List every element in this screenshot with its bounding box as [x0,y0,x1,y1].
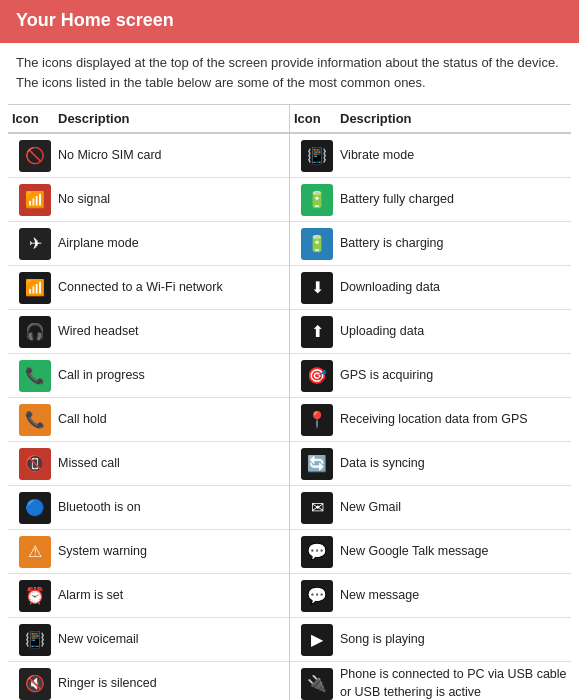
icon-box: 🔄 [301,448,333,480]
icon-cell: 💬 [294,580,340,612]
desc-cell: Vibrate mode [340,147,567,165]
left-icon-header: Icon [12,111,58,126]
icon-cell: 📞 [12,404,58,436]
desc-cell: Downloading data [340,279,567,297]
desc-cell: Call hold [58,411,285,429]
icon-box: 🔇 [19,668,51,700]
table-row: 📍Receiving location data from GPS [290,398,571,442]
desc-cell: Data is syncing [340,455,567,473]
icon-cell: ▶ [294,624,340,656]
table-row: 📳New voicemail [8,618,289,662]
desc-cell: Missed call [58,455,285,473]
desc-cell: New message [340,587,567,605]
table-row: 🚫No Micro SIM card [8,134,289,178]
desc-cell: Battery is charging [340,235,567,253]
icon-cell: ⬇ [294,272,340,304]
desc-cell: Battery fully charged [340,191,567,209]
desc-cell: Phone is connected to PC via USB cable o… [340,666,567,700]
icon-cell: 💬 [294,536,340,568]
desc-cell: New Google Talk message [340,543,567,561]
icon-cell: 🔵 [12,492,58,524]
desc-cell: No signal [58,191,285,209]
desc-cell: Wired headset [58,323,285,341]
table-row: 🔄Data is syncing [290,442,571,486]
icon-cell: 📶 [12,184,58,216]
icon-box: 📳 [301,140,333,172]
desc-cell: Bluetooth is on [58,499,285,517]
icon-box: 📶 [19,184,51,216]
icon-cell: 📳 [12,624,58,656]
icon-box: 📞 [19,404,51,436]
right-column: Icon Description 📳Vibrate mode🔋Battery f… [290,104,571,700]
table-row: ⬇Downloading data [290,266,571,310]
icon-box: 🔌 [301,668,333,700]
icon-cell: 🎧 [12,316,58,348]
icon-cell: 🚫 [12,140,58,172]
icon-cell: 🔇 [12,668,58,700]
right-rows: 📳Vibrate mode🔋Battery fully charged🔋Batt… [290,134,571,700]
left-rows: 🚫No Micro SIM card📶No signal✈Airplane mo… [8,134,289,700]
table-row: 🔌Phone is connected to PC via USB cable … [290,662,571,700]
icon-box: 💬 [301,536,333,568]
icon-cell: 🔌 [294,668,340,700]
icon-cell: 🔋 [294,184,340,216]
left-col-header: Icon Description [8,105,289,134]
left-column: Icon Description 🚫No Micro SIM card📶No s… [8,104,289,700]
right-desc-header: Description [340,111,567,126]
table-row: 📶No signal [8,178,289,222]
desc-cell: Airplane mode [58,235,285,253]
desc-cell: Call in progress [58,367,285,385]
right-col-header: Icon Description [290,105,571,134]
table-row: 📞Call hold [8,398,289,442]
icon-cell: ✈ [12,228,58,260]
table-row: ⚠System warning [8,530,289,574]
table-row: 📞Call in progress [8,354,289,398]
table-row: 🎯GPS is acquiring [290,354,571,398]
icon-box: 📍 [301,404,333,436]
desc-cell: Ringer is silenced [58,675,285,693]
icon-cell: ⏰ [12,580,58,612]
icon-cell: 🎯 [294,360,340,392]
table-row: ⬆Uploading data [290,310,571,354]
desc-cell: Alarm is set [58,587,285,605]
table-row: 📵Missed call [8,442,289,486]
header: Your Home screen [0,0,579,43]
table-row: ▶Song is playing [290,618,571,662]
table-row: ⏰Alarm is set [8,574,289,618]
icon-cell: 📶 [12,272,58,304]
table-row: 🔇Ringer is silenced [8,662,289,700]
icon-cell: 🔋 [294,228,340,260]
table-row: 📶Connected to a Wi-Fi network [8,266,289,310]
table-row: 📳Vibrate mode [290,134,571,178]
icon-box: ⚠ [19,536,51,568]
desc-cell: Receiving location data from GPS [340,411,567,429]
table-row: ✉New Gmail [290,486,571,530]
icon-table: Icon Description 🚫No Micro SIM card📶No s… [0,104,579,700]
table-row: ✈Airplane mode [8,222,289,266]
desc-cell: Song is playing [340,631,567,649]
left-desc-header: Description [58,111,285,126]
page-title: Your Home screen [16,10,174,30]
table-row: 💬New message [290,574,571,618]
right-icon-header: Icon [294,111,340,126]
icon-cell: ⚠ [12,536,58,568]
table-row: 🎧Wired headset [8,310,289,354]
table-row: 🔵Bluetooth is on [8,486,289,530]
icon-box: 🎯 [301,360,333,392]
desc-cell: Connected to a Wi-Fi network [58,279,285,297]
icon-cell: 🔄 [294,448,340,480]
icon-box: ⬆ [301,316,333,348]
desc-cell: GPS is acquiring [340,367,567,385]
desc-cell: New voicemail [58,631,285,649]
icon-box: ✉ [301,492,333,524]
icon-box: 🔋 [301,228,333,260]
icon-cell: 📳 [294,140,340,172]
icon-box: ⬇ [301,272,333,304]
desc-cell: System warning [58,543,285,561]
icon-cell: 📍 [294,404,340,436]
desc-cell: No Micro SIM card [58,147,285,165]
icon-box: 🚫 [19,140,51,172]
icon-box: 🔋 [301,184,333,216]
icon-box: 📵 [19,448,51,480]
icon-box: 📳 [19,624,51,656]
